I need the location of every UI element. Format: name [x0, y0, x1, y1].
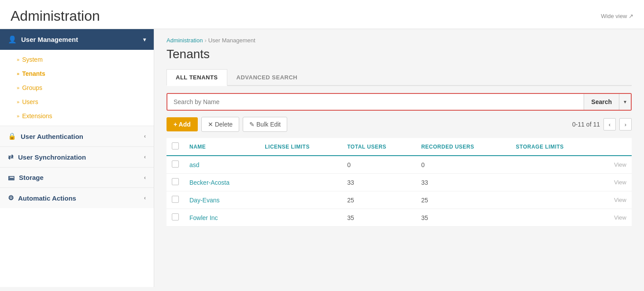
row-total-users: 35 — [342, 209, 416, 227]
col-recorded-users: RECORDED USERS — [416, 138, 511, 156]
row-checkbox[interactable] — [172, 160, 179, 168]
row-checkbox-cell — [167, 156, 184, 174]
add-button[interactable]: + Add — [167, 117, 198, 131]
wide-view-link[interactable]: Wide view ↗ — [601, 13, 633, 19]
search-button[interactable]: Search — [584, 94, 619, 110]
sidebar-user-auth-header[interactable]: 🔒 User Authentication ‹ — [0, 126, 154, 146]
pagination-next-button[interactable]: › — [619, 118, 632, 131]
sidebar-user-auth-section: 🔒 User Authentication ‹ — [0, 126, 154, 146]
sidebar-collapsible-label: User Authentication — [21, 133, 83, 140]
chevron-right-icon: » — [17, 57, 19, 62]
tenant-name-link[interactable]: asd — [189, 161, 200, 168]
row-storage-limits — [511, 174, 598, 191]
sidebar-item-label: Groups — [22, 84, 42, 91]
row-total-users: 33 — [342, 174, 416, 191]
chevron-right-icon: » — [17, 99, 19, 104]
sidebar-item-system[interactable]: » System — [0, 52, 154, 67]
chevron-right-icon: » — [17, 71, 19, 76]
row-checkbox[interactable] — [172, 178, 179, 185]
row-checkbox[interactable] — [172, 196, 179, 203]
sidebar-sub-items: » System » Tenants » Groups » Users » Ex… — [0, 50, 154, 126]
table-row: Becker-Acosta 33 33 View — [167, 174, 632, 191]
table-row: asd 0 0 View — [167, 156, 632, 174]
col-total-users: TOTAL USERS — [342, 138, 416, 156]
tab-all-tenants[interactable]: ALL TENANTS — [167, 69, 227, 86]
user-management-chevron: ▾ — [143, 37, 146, 43]
row-view-link[interactable]: View — [598, 191, 632, 209]
breadcrumb: Administration › User Management — [167, 37, 632, 44]
pagination-prev-button[interactable]: ‹ — [603, 118, 616, 131]
sidebar-item-groups[interactable]: » Groups — [0, 81, 154, 95]
sidebar-user-sync-section: ⇄ User Synchronization ‹ — [0, 146, 154, 167]
tenant-name-link[interactable]: Day-Evans — [189, 197, 219, 204]
breadcrumb-sep: › — [204, 37, 206, 44]
tenants-table: NAME LICENSE LIMITS TOTAL USERS RECORDED… — [167, 138, 632, 227]
sidebar-item-extensions[interactable]: » Extensions — [0, 109, 154, 123]
user-management-icon: 👤 — [8, 35, 17, 44]
col-checkbox — [167, 138, 184, 156]
user-sync-chevron: ‹ — [144, 154, 146, 160]
sidebar-user-sync-header[interactable]: ⇄ User Synchronization ‹ — [0, 147, 154, 167]
chevron-right-icon: » — [17, 113, 19, 119]
bulk-edit-button[interactable]: ✎ Bulk Edit — [243, 117, 287, 132]
row-checkbox[interactable] — [172, 213, 179, 220]
row-name-cell: Day-Evans — [184, 191, 259, 209]
row-license-limits — [259, 191, 342, 209]
row-name-cell: Becker-Acosta — [184, 174, 259, 191]
user-auth-icon: 🔒 — [8, 132, 16, 140]
sidebar-item-label: Extensions — [22, 112, 52, 119]
storage-icon: 🖴 — [8, 174, 15, 181]
row-storage-limits — [511, 209, 598, 227]
auto-actions-chevron: ‹ — [144, 195, 146, 201]
delete-button[interactable]: ✕ Delete — [201, 117, 239, 132]
pagination-text: 0-11 of 11 — [572, 121, 600, 128]
action-bar-left: + Add ✕ Delete ✎ Bulk Edit — [167, 117, 287, 132]
row-view-link[interactable]: View — [598, 156, 632, 174]
content-area: Administration › User Management Tenants… — [154, 29, 644, 287]
select-all-checkbox[interactable] — [172, 142, 179, 149]
tabs-bar: ALL TENANTS ADVANCED SEARCH — [167, 69, 632, 86]
user-auth-chevron: ‹ — [144, 133, 146, 139]
row-view-link[interactable]: View — [598, 209, 632, 227]
search-bar: Search ▾ — [167, 93, 632, 111]
row-storage-limits — [511, 191, 598, 209]
chevron-right-icon: » — [17, 85, 19, 90]
table-row: Fowler Inc 35 35 View — [167, 209, 632, 227]
tenant-name-link[interactable]: Becker-Acosta — [189, 179, 229, 186]
row-name-cell: asd — [184, 156, 259, 174]
row-checkbox-cell — [167, 174, 184, 191]
tenant-name-link[interactable]: Fowler Inc — [189, 214, 218, 221]
row-license-limits — [259, 209, 342, 227]
sidebar-collapsible-label: User Synchronization — [18, 153, 86, 161]
row-total-users: 25 — [342, 191, 416, 209]
row-recorded-users: 35 — [416, 209, 511, 227]
breadcrumb-admin[interactable]: Administration — [167, 37, 203, 44]
sidebar-item-label: System — [22, 56, 43, 63]
sidebar-item-users[interactable]: » Users — [0, 95, 154, 109]
app-title: Administration — [11, 8, 100, 24]
search-input[interactable] — [167, 94, 584, 110]
row-name-cell: Fowler Inc — [184, 209, 259, 227]
storage-chevron: ‹ — [144, 175, 146, 181]
row-license-limits — [259, 156, 342, 174]
row-recorded-users: 0 — [416, 156, 511, 174]
tab-advanced-search[interactable]: ADVANCED SEARCH — [227, 69, 307, 85]
sidebar-storage-header[interactable]: 🖴 Storage ‹ — [0, 168, 154, 187]
sidebar-storage-section: 🖴 Storage ‹ — [0, 167, 154, 187]
row-checkbox-cell — [167, 209, 184, 227]
row-license-limits — [259, 174, 342, 191]
col-storage-limits: STORAGE LIMITS — [511, 138, 598, 156]
sidebar-collapsible-label: Storage — [19, 174, 44, 181]
sidebar-auto-actions-header[interactable]: ⚙ Automatic Actions ‹ — [0, 188, 154, 208]
row-recorded-users: 33 — [416, 174, 511, 191]
row-total-users: 0 — [342, 156, 416, 174]
sidebar-user-management-header[interactable]: 👤 User Management ▾ — [0, 29, 154, 50]
row-view-link[interactable]: View — [598, 174, 632, 191]
sidebar-item-tenants[interactable]: » Tenants — [0, 67, 154, 81]
auto-actions-icon: ⚙ — [8, 194, 14, 202]
sidebar-auto-actions-section: ⚙ Automatic Actions ‹ — [0, 187, 154, 208]
row-storage-limits — [511, 156, 598, 174]
sidebar-section-label: User Management — [21, 36, 78, 43]
action-bar: + Add ✕ Delete ✎ Bulk Edit 0-11 of 11 ‹ … — [167, 117, 632, 132]
search-dropdown-button[interactable]: ▾ — [619, 94, 631, 110]
